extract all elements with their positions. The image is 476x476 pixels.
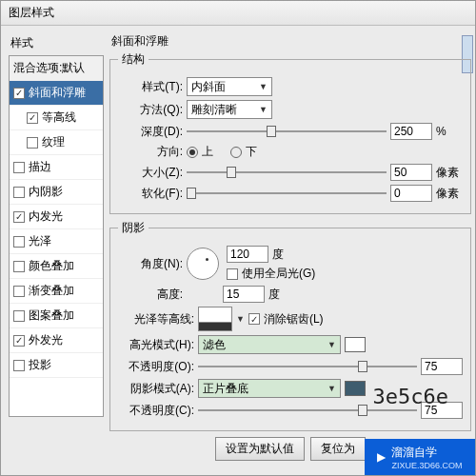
sidebar-item-label: 颜色叠加: [29, 258, 74, 274]
style-sidebar: 样式 混合选项:默认斜面和浮雕等高线纹理描边内阴影内发光光泽颜色叠加渐变叠加图案…: [9, 33, 104, 467]
sidebar-item[interactable]: 描边: [10, 155, 103, 180]
sidebar-item-label: 外发光: [29, 332, 63, 348]
sidebar-item[interactable]: 光泽: [10, 229, 103, 254]
chevron-down-icon: ▼: [327, 340, 336, 349]
depth-unit: %: [436, 125, 463, 138]
soften-slider[interactable]: [187, 187, 387, 200]
sidebar-item[interactable]: 内发光: [10, 205, 103, 229]
direction-down-label: 下: [246, 144, 257, 160]
highlight-opacity-label: 不透明度(O):: [118, 359, 194, 375]
shadow-mode-label: 阴影模式(A):: [118, 381, 194, 397]
structure-group: 结构 样式(T): 内斜面▼ 方法(Q): 雕刻清晰▼ 深度(D):: [109, 51, 471, 214]
make-default-button[interactable]: 设置为默认值: [215, 437, 305, 461]
size-unit: 像素: [436, 165, 463, 181]
shadow-mode-select[interactable]: 正片叠底▼: [198, 379, 341, 398]
depth-label: 深度(D):: [118, 124, 183, 140]
direction-up-label: 上: [202, 144, 213, 160]
global-light-label: 使用全局光(G): [242, 266, 315, 282]
checkbox[interactable]: [13, 187, 25, 198]
technique-label: 方法(Q):: [118, 102, 183, 118]
chevron-down-icon: ▼: [327, 384, 336, 393]
angle-input[interactable]: 120: [227, 246, 268, 263]
angle-label: 角度(N):: [118, 256, 183, 272]
sidebar-item[interactable]: 图案叠加: [10, 304, 103, 328]
highlight-color-swatch[interactable]: [345, 337, 366, 352]
sidebar-item[interactable]: 投影: [10, 353, 103, 378]
reset-default-button[interactable]: 复位为: [310, 437, 366, 461]
technique-select[interactable]: 雕刻清晰▼: [187, 100, 272, 119]
style-select[interactable]: 内斜面▼: [187, 77, 272, 96]
checkbox[interactable]: [13, 162, 25, 173]
direction-down-radio[interactable]: [230, 147, 242, 158]
altitude-label: 高度:: [118, 287, 183, 303]
altitude-input[interactable]: 15: [223, 286, 265, 303]
sidebar-item-label: 描边: [29, 159, 51, 175]
sidebar-item[interactable]: 纹理: [10, 130, 103, 155]
checkbox[interactable]: [13, 261, 25, 272]
angle-dial[interactable]: [187, 248, 219, 280]
sidebar-item[interactable]: 外发光: [10, 328, 103, 353]
checkbox[interactable]: [27, 112, 38, 124]
highlight-opacity-slider[interactable]: [198, 360, 417, 373]
size-input[interactable]: 50: [390, 164, 432, 181]
sidebar-item-label: 渐变叠加: [29, 283, 74, 299]
highlight-opacity-input[interactable]: 75: [421, 358, 463, 375]
angle-unit: 度: [272, 247, 284, 263]
highlight-mode-label: 高光模式(H):: [118, 337, 194, 353]
checkbox[interactable]: [13, 335, 25, 347]
shadow-color-swatch[interactable]: [345, 381, 366, 396]
sidebar-item[interactable]: 渐变叠加: [10, 279, 103, 304]
chevron-down-icon: ▼: [259, 82, 268, 91]
gloss-contour-picker[interactable]: [198, 307, 232, 331]
sidebar-item-label: 等高线: [42, 109, 76, 126]
sidebar-item-label: 内阴影: [29, 184, 63, 200]
style-label: 样式(T):: [118, 79, 183, 95]
antialias-checkbox[interactable]: [248, 313, 260, 325]
layer-style-dialog: 图层样式 样式 混合选项:默认斜面和浮雕等高线纹理描边内阴影内发光光泽颜色叠加渐…: [0, 0, 476, 476]
depth-input[interactable]: 250: [390, 123, 432, 140]
checkbox[interactable]: [13, 88, 25, 99]
sidebar-item[interactable]: 混合选项:默认: [10, 56, 103, 81]
checkbox[interactable]: [27, 137, 38, 149]
sidebar-item-label: 图案叠加: [29, 307, 74, 324]
checkbox[interactable]: [13, 286, 25, 297]
highlight-mode-select[interactable]: 滤色▼: [198, 335, 341, 354]
antialias-label: 消除锯齿(L): [264, 311, 324, 327]
checkbox[interactable]: [13, 360, 25, 371]
sidebar-item-label: 光泽: [29, 233, 51, 249]
sidebar-item[interactable]: 斜面和浮雕: [10, 81, 103, 106]
size-slider[interactable]: [187, 166, 387, 179]
play-icon: ▶: [377, 450, 386, 464]
sidebar-item-label: 斜面和浮雕: [29, 85, 86, 101]
chevron-down-icon: ▼: [259, 105, 268, 114]
gloss-contour-label: 光泽等高线:: [118, 311, 194, 327]
soften-unit: 像素: [436, 186, 463, 202]
sidebar-item-label: 投影: [29, 357, 51, 373]
sidebar-item-label: 内发光: [29, 208, 63, 225]
soften-label: 软化(F):: [118, 186, 183, 202]
watermark: ▶ 溜溜自学 ZIXUE.3D66.COM: [365, 439, 475, 475]
panel-title: 斜面和浮雕: [109, 33, 471, 50]
sidebar-heading: 样式: [9, 33, 104, 55]
color-hex-annotation: 3e5c6e: [373, 385, 448, 408]
sidebar-item[interactable]: 颜色叠加: [10, 254, 103, 279]
checkbox[interactable]: [13, 236, 25, 248]
checkbox[interactable]: [13, 211, 25, 223]
window-title: 图层样式: [1, 1, 475, 26]
global-light-checkbox[interactable]: [227, 268, 238, 280]
size-label: 大小(Z):: [118, 165, 183, 181]
checkbox[interactable]: [13, 310, 25, 322]
shadow-opacity-label: 不透明度(C):: [118, 403, 194, 419]
sidebar-item[interactable]: 内阴影: [10, 180, 103, 205]
chevron-down-icon[interactable]: ▼: [236, 314, 245, 324]
direction-label: 方向:: [118, 144, 183, 160]
altitude-unit: 度: [268, 287, 280, 303]
soften-input[interactable]: 0: [390, 185, 432, 202]
style-list: 混合选项:默认斜面和浮雕等高线纹理描边内阴影内发光光泽颜色叠加渐变叠加图案叠加外…: [9, 55, 104, 417]
depth-slider[interactable]: [187, 125, 387, 138]
shading-legend: 阴影: [118, 220, 149, 236]
sidebar-item[interactable]: 等高线: [10, 106, 103, 130]
direction-up-radio[interactable]: [187, 147, 198, 158]
sidebar-item-label: 混合选项:默认: [13, 60, 85, 76]
structure-legend: 结构: [118, 51, 149, 68]
